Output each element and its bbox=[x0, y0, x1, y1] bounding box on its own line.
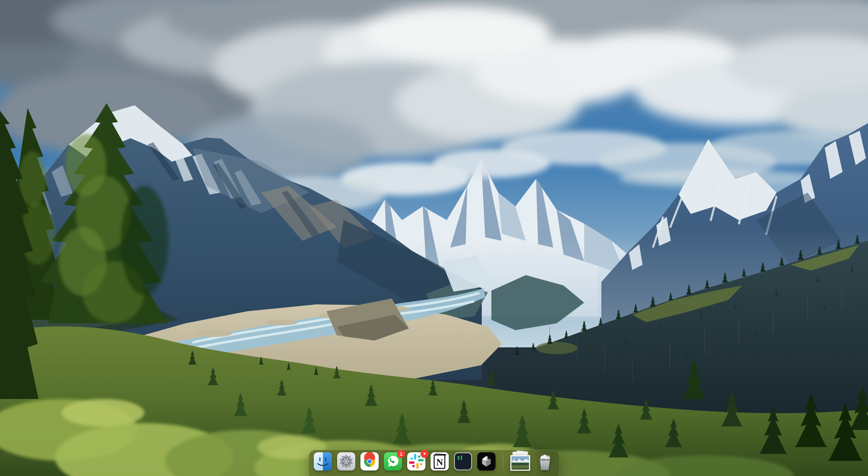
gear-icon bbox=[337, 452, 355, 470]
notion-icon: N bbox=[431, 452, 449, 470]
finder-icon bbox=[314, 452, 332, 470]
terminal-icon: $ bbox=[454, 452, 472, 470]
dock-item-cube-app[interactable] bbox=[477, 452, 496, 470]
desktop[interactable]: 1 • N bbox=[0, 0, 868, 476]
dock: 1 • N bbox=[309, 450, 559, 476]
whatsapp-badge: 1 bbox=[397, 450, 405, 458]
terminal-cursor bbox=[461, 456, 462, 460]
chrome-icon bbox=[360, 452, 379, 470]
photo-thumbnail-icon bbox=[510, 455, 530, 471]
dock-item-terminal[interactable]: $ bbox=[454, 452, 472, 470]
dock-item-pictures-stack[interactable] bbox=[510, 452, 530, 470]
dock-divider bbox=[503, 453, 503, 469]
cube-icon bbox=[477, 452, 496, 470]
dock-item-slack[interactable]: • bbox=[407, 452, 425, 470]
svg-text:N: N bbox=[436, 457, 443, 467]
trash-full-icon bbox=[535, 452, 554, 470]
dock-item-finder[interactable] bbox=[314, 452, 332, 470]
dock-item-notion[interactable]: N bbox=[431, 452, 449, 470]
slack-badge: • bbox=[421, 450, 429, 458]
dock-item-system-settings[interactable] bbox=[337, 452, 355, 470]
dock-item-google-chrome[interactable] bbox=[360, 452, 379, 470]
dock-item-trash[interactable] bbox=[535, 452, 554, 470]
wallpaper bbox=[0, 0, 868, 476]
dock-item-whatsapp[interactable]: 1 bbox=[384, 452, 402, 470]
svg-text:$: $ bbox=[457, 455, 460, 461]
